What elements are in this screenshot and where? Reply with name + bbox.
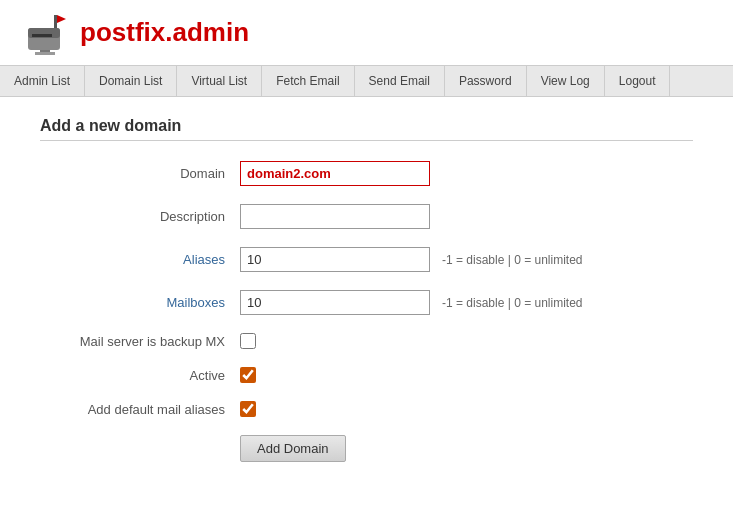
main-content: Add a new domain Domain Description Alia… <box>0 97 733 482</box>
nav-view-log[interactable]: View Log <box>527 66 605 96</box>
logo-text: postfix.admin <box>80 17 249 48</box>
nav-bar: Admin List Domain List Virtual List Fetc… <box>0 66 733 97</box>
description-label: Description <box>40 209 240 224</box>
submit-row: Add Domain <box>40 435 693 462</box>
backup-mx-label: Mail server is backup MX <box>40 334 240 349</box>
default-aliases-checkbox[interactable] <box>240 401 256 417</box>
mailboxes-hint: -1 = disable | 0 = unlimited <box>442 296 583 310</box>
nav-admin-list[interactable]: Admin List <box>0 66 85 96</box>
nav-logout[interactable]: Logout <box>605 66 671 96</box>
svg-marker-1 <box>57 15 66 23</box>
add-domain-form: Domain Description Aliases -1 = disable … <box>40 161 693 462</box>
add-domain-button[interactable]: Add Domain <box>240 435 346 462</box>
active-checkbox[interactable] <box>240 367 256 383</box>
nav-send-email[interactable]: Send Email <box>355 66 445 96</box>
active-row: Active <box>40 367 693 383</box>
nav-password[interactable]: Password <box>445 66 527 96</box>
domain-input[interactable] <box>240 161 430 186</box>
mailboxes-label: Mailboxes <box>40 295 240 310</box>
aliases-label: Aliases <box>40 252 240 267</box>
page-title: Add a new domain <box>40 117 693 141</box>
mailboxes-input[interactable] <box>240 290 430 315</box>
description-input[interactable] <box>240 204 430 229</box>
svg-rect-4 <box>32 34 52 37</box>
aliases-input[interactable] <box>240 247 430 272</box>
svg-rect-6 <box>35 52 55 55</box>
nav-virtual-list[interactable]: Virtual List <box>177 66 262 96</box>
default-aliases-label: Add default mail aliases <box>40 402 240 417</box>
domain-label: Domain <box>40 166 240 181</box>
logo-icon <box>20 10 70 55</box>
description-row: Description <box>40 204 693 229</box>
default-aliases-row: Add default mail aliases <box>40 401 693 417</box>
header: postfix.admin <box>0 0 733 66</box>
nav-fetch-email[interactable]: Fetch Email <box>262 66 354 96</box>
backup-mx-row: Mail server is backup MX <box>40 333 693 349</box>
aliases-row: Aliases -1 = disable | 0 = unlimited <box>40 247 693 272</box>
aliases-hint: -1 = disable | 0 = unlimited <box>442 253 583 267</box>
active-label: Active <box>40 368 240 383</box>
domain-row: Domain <box>40 161 693 186</box>
backup-mx-checkbox[interactable] <box>240 333 256 349</box>
nav-domain-list[interactable]: Domain List <box>85 66 177 96</box>
mailboxes-row: Mailboxes -1 = disable | 0 = unlimited <box>40 290 693 315</box>
